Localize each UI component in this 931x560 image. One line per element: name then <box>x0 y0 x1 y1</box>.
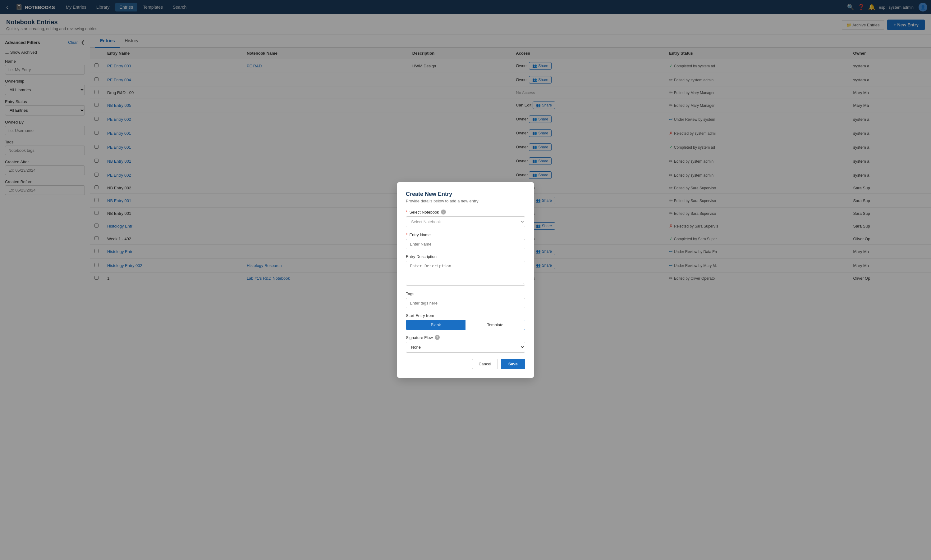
entry-description-label: Entry Description <box>406 254 437 259</box>
entry-name-row: * Entry Name <box>406 232 525 249</box>
modal-title: Create New Entry <box>406 191 525 197</box>
save-button[interactable]: Save <box>501 359 525 369</box>
create-entry-modal: Create New Entry Provide details below t… <box>397 182 534 378</box>
start-entry-label: Start Entry from <box>406 313 434 318</box>
select-notebook-label: Select Notebook <box>409 210 439 214</box>
select-notebook-row: * Select Notebook ? Select Notebook <box>406 209 525 227</box>
tags-label: Tags <box>406 291 414 296</box>
start-from-toggle: Blank Template <box>406 320 525 330</box>
start-blank-button[interactable]: Blank <box>406 320 465 330</box>
notebook-select[interactable]: Select Notebook <box>406 216 525 227</box>
required-star: * <box>406 209 408 214</box>
signature-flow-select[interactable]: None <box>406 342 525 352</box>
tags-row: Tags <box>406 291 525 308</box>
start-entry-from-row: Start Entry from Blank Template <box>406 313 525 330</box>
entry-name-input[interactable] <box>406 239 525 249</box>
tags-input[interactable] <box>406 298 525 308</box>
entry-name-label: Entry Name <box>409 232 431 237</box>
required-star-2: * <box>406 232 408 237</box>
entry-description-textarea[interactable] <box>406 261 525 286</box>
select-notebook-help-icon[interactable]: ? <box>441 209 446 214</box>
modal-overlay[interactable]: Create New Entry Provide details below t… <box>0 0 931 560</box>
signature-flow-help-icon[interactable]: ? <box>435 335 440 340</box>
cancel-button[interactable]: Cancel <box>472 359 497 369</box>
entry-description-row: Entry Description <box>406 254 525 286</box>
start-template-button[interactable]: Template <box>465 320 525 330</box>
signature-flow-row: Signature Flow ? None <box>406 335 525 352</box>
modal-subtitle: Provide details below to add a new entry <box>406 198 525 203</box>
modal-footer: Cancel Save <box>406 359 525 369</box>
signature-flow-label: Signature Flow <box>406 335 433 340</box>
